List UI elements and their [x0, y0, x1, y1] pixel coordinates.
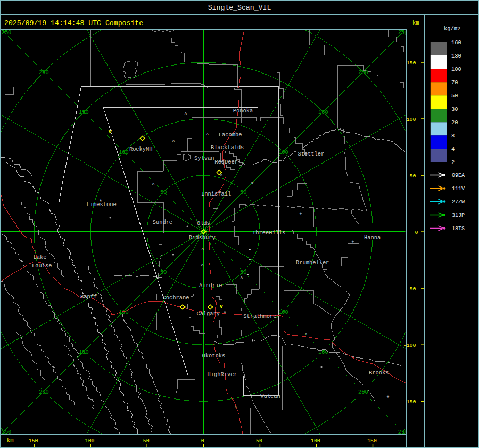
svg-text:130: 130	[451, 53, 461, 59]
svg-text:^: ^	[201, 263, 203, 268]
svg-text:Didsbury: Didsbury	[189, 234, 216, 241]
svg-text:-50: -50	[140, 438, 150, 444]
svg-text:Vulcan: Vulcan	[260, 393, 280, 400]
svg-text:+: +	[386, 395, 389, 400]
svg-text:^: ^	[206, 132, 209, 137]
svg-text:Single_Scan_VIL: Single_Scan_VIL	[208, 4, 271, 12]
svg-text:+: +	[299, 211, 302, 217]
svg-text:30: 30	[451, 106, 458, 112]
svg-text:-150: -150	[403, 399, 416, 405]
svg-text:150: 150	[318, 109, 328, 116]
svg-text:70: 70	[451, 79, 458, 86]
svg-text:Ponoka: Ponoka	[233, 108, 253, 114]
svg-text:^: ^	[201, 247, 204, 252]
svg-text:Olds: Olds	[197, 220, 210, 226]
svg-text:31JP: 31JP	[452, 213, 465, 218]
svg-text:50: 50	[240, 269, 246, 275]
svg-text:^: ^	[234, 405, 237, 411]
svg-text:Cochrane: Cochrane	[163, 295, 189, 301]
svg-text:-100: -100	[403, 343, 416, 348]
svg-text:27ZW: 27ZW	[452, 199, 465, 205]
svg-text:150: 150	[407, 60, 416, 66]
svg-text:18TS: 18TS	[452, 226, 465, 232]
svg-text:100: 100	[119, 149, 129, 156]
svg-text:^: ^	[184, 112, 187, 117]
svg-text:2: 2	[451, 159, 455, 166]
svg-text:160: 160	[451, 39, 461, 46]
svg-text:+: +	[351, 240, 354, 245]
svg-text:kg/m2: kg/m2	[444, 26, 460, 32]
svg-text:100: 100	[278, 149, 288, 156]
svg-text:0: 0	[201, 438, 204, 444]
svg-text:20: 20	[451, 119, 458, 126]
svg-text:RockyMH: RockyMH	[129, 146, 153, 152]
svg-text:Brooks: Brooks	[369, 370, 389, 376]
svg-text:200: 200	[39, 69, 49, 76]
svg-text:150: 150	[79, 109, 89, 116]
svg-text:50: 50	[160, 189, 167, 196]
svg-text:Sylvan: Sylvan	[194, 155, 214, 161]
svg-text:200: 200	[39, 389, 49, 395]
svg-text:150: 150	[367, 438, 377, 444]
svg-text:*: *	[98, 199, 102, 206]
svg-text:^: ^	[224, 311, 226, 316]
svg-text:Lake: Lake	[34, 254, 47, 260]
svg-text:8: 8	[451, 133, 455, 139]
svg-text:Stettler: Stettler	[298, 151, 324, 157]
svg-text:Louise: Louise	[32, 263, 52, 269]
svg-text:200: 200	[358, 389, 368, 395]
svg-text:km: km	[412, 20, 419, 26]
svg-text:Banff: Banff	[80, 294, 97, 300]
svg-text:v: v	[220, 303, 224, 309]
svg-text:Hanna: Hanna	[364, 234, 381, 241]
svg-text:4: 4	[451, 146, 455, 152]
svg-text:09EA: 09EA	[452, 173, 465, 178]
svg-text:100: 100	[311, 438, 320, 444]
svg-text:-150: -150	[26, 438, 38, 444]
svg-text:-100: -100	[82, 438, 95, 444]
svg-text:Calgary: Calgary	[196, 311, 220, 317]
svg-text:ThreeHills: ThreeHills	[252, 230, 285, 236]
svg-text:50: 50	[160, 269, 167, 275]
svg-text:^: ^	[172, 139, 175, 144]
svg-text:100: 100	[451, 66, 461, 72]
svg-text:0: 0	[415, 230, 418, 235]
svg-text:km: km	[7, 437, 13, 444]
svg-text:Okotoks: Okotoks	[202, 353, 226, 359]
svg-text:Strathmore: Strathmore	[243, 313, 276, 320]
svg-text:Sundre: Sundre	[153, 219, 172, 225]
svg-text:Blackfalds: Blackfalds	[211, 144, 244, 151]
svg-text:2025/09/19 14:14:48 UTC Compos: 2025/09/19 14:14:48 UTC Composite	[4, 19, 143, 27]
svg-text:^: ^	[152, 182, 154, 188]
svg-text:111V: 111V	[452, 186, 465, 192]
svg-text:50: 50	[410, 173, 416, 179]
svg-text:150: 150	[79, 349, 89, 355]
svg-text:Drumheller: Drumheller	[296, 259, 329, 266]
svg-text:v: v	[109, 128, 112, 135]
svg-text:250: 250	[2, 29, 12, 36]
svg-text:100: 100	[407, 117, 416, 123]
svg-text:^: ^	[240, 276, 243, 281]
svg-text:^: ^	[304, 332, 307, 338]
svg-text:RedDeer: RedDeer	[214, 159, 238, 165]
svg-text:50: 50	[256, 438, 262, 444]
svg-text:*: *	[250, 181, 254, 189]
svg-text:-50: -50	[407, 286, 416, 292]
svg-text:100: 100	[278, 309, 288, 315]
svg-text:50: 50	[451, 93, 458, 99]
svg-text:Innisfail: Innisfail	[201, 191, 231, 197]
svg-text:50: 50	[240, 189, 246, 196]
svg-text:Airdrie: Airdrie	[199, 282, 222, 289]
svg-text:Lacombe: Lacombe	[219, 132, 242, 138]
svg-text:HighRiver: HighRiver	[208, 371, 237, 378]
